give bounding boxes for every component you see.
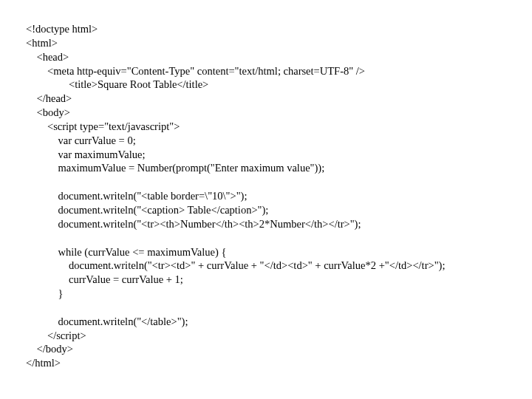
code-block: <!doctype html> <html> <head> <meta http… [26, 22, 506, 370]
